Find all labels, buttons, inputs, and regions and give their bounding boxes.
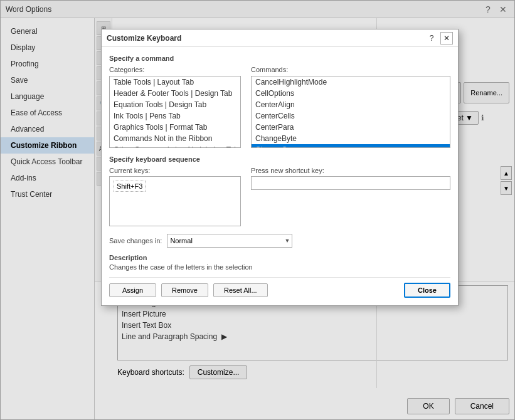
keyboard-two-col: Current keys: Shift+F3 Press new shortcu… bbox=[109, 167, 450, 226]
current-keys-col: Current keys: Shift+F3 bbox=[109, 167, 241, 226]
cmd-cell-options[interactable]: CellOptions bbox=[252, 88, 450, 99]
commands-list[interactable]: CancelHighlightMode CellOptions CenterAl… bbox=[251, 76, 450, 148]
categories-list[interactable]: Table Tools | Layout Tab Header & Footer… bbox=[109, 76, 241, 148]
cmd-change-byte[interactable]: ChangeByte bbox=[252, 133, 450, 144]
description-title: Description bbox=[109, 254, 450, 261]
save-changes-select-wrapper: Normal bbox=[167, 234, 292, 248]
assign-button[interactable]: Assign bbox=[109, 283, 156, 297]
save-changes-row: Save changes in: Normal bbox=[109, 234, 450, 248]
save-changes-label: Save changes in: bbox=[109, 237, 162, 244]
commands-col: Commands: CancelHighlightMode CellOption… bbox=[251, 66, 450, 148]
remove-button[interactable]: Remove bbox=[161, 283, 208, 297]
cmd-cancel-highlight[interactable]: CancelHighlightMode bbox=[252, 76, 450, 88]
dialog-close-x-button[interactable]: ✕ bbox=[440, 32, 453, 45]
save-changes-select[interactable]: Normal bbox=[167, 234, 292, 248]
reset-all-button[interactable]: Reset All... bbox=[213, 283, 268, 297]
press-new-key-label: Press new shortcut key: bbox=[251, 167, 450, 174]
cmd-center-align[interactable]: CenterAlign bbox=[252, 99, 450, 110]
dialog-bottom-buttons: Assign Remove Reset All... Close bbox=[109, 277, 450, 298]
cat-not-in-ribbon[interactable]: Commands Not in the Ribbon bbox=[110, 133, 240, 144]
current-key-shift-f3: Shift+F3 bbox=[114, 181, 146, 192]
dialog-body: Specify a command Categories: Table Tool… bbox=[102, 47, 458, 305]
current-keys-list[interactable]: Shift+F3 bbox=[109, 176, 241, 226]
specify-keyboard-label: Specify keyboard sequence bbox=[109, 155, 450, 163]
commands-label: Commands: bbox=[251, 66, 450, 73]
cat-header-footer[interactable]: Header & Footer Tools | Design Tab bbox=[110, 88, 240, 99]
cat-other-commands[interactable]: Other Commands | <<No label>> Tab bbox=[110, 144, 240, 148]
keyboard-section: Specify keyboard sequence Current keys: … bbox=[109, 155, 450, 226]
dialog-help-button[interactable]: ? bbox=[425, 32, 438, 45]
description-section: Description Changes the case of the lett… bbox=[109, 254, 450, 271]
description-text: Changes the case of the letters in the s… bbox=[109, 263, 450, 271]
dialog-title-controls: ? ✕ bbox=[425, 32, 453, 45]
categories-commands-row: Categories: Table Tools | Layout Tab Hea… bbox=[109, 66, 450, 148]
cmd-center-para[interactable]: CenterPara bbox=[252, 122, 450, 133]
cat-table-tools[interactable]: Table Tools | Layout Tab bbox=[110, 76, 240, 88]
customize-keyboard-dialog: Customize Keyboard ? ✕ Specify a command… bbox=[101, 29, 459, 306]
dialog-title: Customize Keyboard bbox=[107, 34, 181, 43]
cat-ink-tools[interactable]: Ink Tools | Pens Tab bbox=[110, 110, 240, 122]
new-key-input[interactable] bbox=[251, 176, 450, 190]
current-keys-label: Current keys: bbox=[109, 167, 241, 174]
categories-label: Categories: bbox=[109, 66, 241, 73]
cat-graphics-tools[interactable]: Graphics Tools | Format Tab bbox=[110, 122, 240, 133]
specify-command-section: Specify a command bbox=[109, 55, 450, 62]
dialog-title-bar: Customize Keyboard ? ✕ bbox=[102, 29, 458, 47]
cmd-center-cells[interactable]: CenterCells bbox=[252, 110, 450, 122]
word-options-window: Word Options ? ✕ General Display Proofin… bbox=[0, 0, 515, 420]
dialog-overlay: Customize Keyboard ? ✕ Specify a command… bbox=[1, 1, 514, 419]
dialog-close-button[interactable]: Close bbox=[404, 283, 450, 298]
categories-col: Categories: Table Tools | Layout Tab Hea… bbox=[109, 66, 241, 148]
new-key-col: Press new shortcut key: bbox=[251, 167, 450, 226]
cat-equation-tools[interactable]: Equation Tools | Design Tab bbox=[110, 99, 240, 110]
cmd-change-case[interactable]: ChangeCase bbox=[252, 144, 450, 148]
